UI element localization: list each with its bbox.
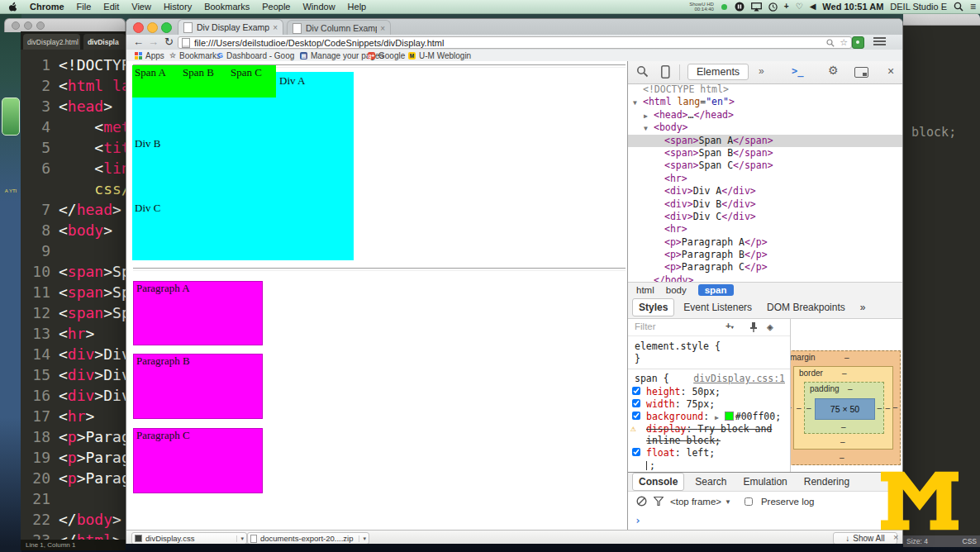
dom-tree-row[interactable]: <span>Span B</span> [628, 147, 903, 159]
back-button[interactable]: ← [133, 35, 144, 50]
tab-event-listeners[interactable]: Event Listeners [678, 299, 758, 316]
devtools-close-icon[interactable]: × [887, 64, 894, 78]
toggle-console-drawer-icon[interactable]: >_ [792, 65, 803, 77]
spotlight-search-icon[interactable] [954, 2, 963, 12]
menu-item-file[interactable]: File [77, 2, 92, 12]
dom-tree-row[interactable]: <!DOCTYPE html> [628, 83, 903, 96]
tab-search[interactable]: Search [689, 473, 732, 490]
pin-icon[interactable] [749, 321, 759, 335]
breadcrumb-html[interactable]: html [636, 285, 654, 295]
margin-right-value[interactable]: – [892, 402, 897, 412]
property-checkbox[interactable] [632, 399, 640, 407]
menu-item-window[interactable]: Window [302, 2, 335, 12]
notification-center-icon[interactable]: ≡ [970, 2, 976, 11]
accessibility-icon[interactable]: + [784, 2, 789, 11]
breadcrumb-body[interactable]: body [666, 285, 687, 295]
clock-icon[interactable] [768, 2, 778, 12]
editor-code-line[interactable]: 18<p>Parag [21, 426, 126, 447]
bookmark-star-icon[interactable]: ☆ [840, 37, 848, 48]
property-checkbox[interactable] [632, 448, 640, 456]
dom-tree-row[interactable]: <p>Paragraph B</p> [628, 249, 903, 261]
inactive-minimize-icon[interactable] [24, 21, 32, 30]
editor-code-line[interactable]: 16<div>Div C [21, 385, 126, 406]
editor-tab-inactive[interactable]: divDispla [83, 34, 126, 50]
frame-context-select[interactable]: <top frame> ▼ [670, 497, 731, 507]
margin-left-value[interactable]: – [791, 402, 792, 412]
record-dot-icon[interactable] [721, 3, 728, 11]
editor-code-line[interactable]: css/ [21, 178, 126, 199]
more-panels-icon[interactable]: » [759, 65, 764, 77]
tree-expand-arrow-icon[interactable]: ▼ [644, 122, 648, 135]
minimize-window-button[interactable] [147, 22, 158, 33]
span-rule-selector[interactable]: span { [635, 373, 669, 384]
tree-collapse-arrow-icon[interactable]: ▶ [644, 110, 648, 122]
tab-rendering[interactable]: Rendering [798, 473, 855, 490]
menubar-user[interactable]: DEIL Studio E [890, 2, 947, 12]
omnibox-search-icon[interactable] [826, 39, 835, 47]
menu-item-people[interactable]: People [262, 2, 290, 12]
editor-code-line[interactable]: 20<p>Parag [21, 468, 126, 488]
breadcrumb-span[interactable]: span [698, 284, 734, 296]
menu-item-help[interactable]: Help [348, 2, 367, 12]
box-model-margin[interactable]: margin – – – – border – – – – [791, 350, 901, 465]
box-model-padding[interactable]: padding – – – – 75 × 50 [804, 382, 884, 434]
editor-code-line[interactable]: 7</head> [21, 199, 126, 220]
tab-emulation[interactable]: Emulation [737, 473, 792, 490]
border-right-value[interactable]: – [885, 403, 890, 412]
property-checkbox[interactable] [632, 387, 640, 395]
inspect-element-icon[interactable] [636, 65, 649, 80]
dom-tree-row[interactable]: <span>Span C</span> [628, 159, 903, 172]
menubar-clock[interactable]: Wed 10:51 AM [822, 2, 883, 12]
editor-code-line[interactable]: 13<hr> [21, 323, 126, 344]
menu-item-view[interactable]: View [131, 2, 151, 12]
zoom-window-button[interactable] [161, 22, 172, 33]
download-caret-icon[interactable]: ▾ [236, 535, 244, 542]
editor-code-line[interactable]: 21 [21, 488, 126, 509]
dom-tree[interactable]: <!DOCTYPE html>▼<html lang="en">▶<head>…… [628, 83, 903, 282]
tab-close-icon[interactable]: × [273, 23, 278, 32]
bookmark-gplus-red[interactable]: g+Google [368, 50, 405, 61]
volume-icon[interactable]: ◀ [810, 2, 816, 11]
editor-code-area[interactable]: 1<!DOCTYPE 2<html lang3<head>4 <meta c5 … [21, 50, 126, 540]
stylesheet-source-link[interactable]: divDisplay.css:1 [693, 373, 785, 384]
editor-code-line[interactable]: 1<!DOCTYPE [21, 55, 126, 75]
editor-code-line[interactable]: 5 <title> [21, 137, 126, 158]
padding-bottom-value[interactable]: – [841, 422, 846, 431]
menu-item-edit[interactable]: Edit [103, 2, 119, 12]
dom-tree-row[interactable]: <p>Paragraph C</p> [628, 261, 903, 274]
color-swatch[interactable] [725, 412, 734, 421]
editor-code-line[interactable]: 14<div>Div A [21, 344, 126, 364]
show-all-downloads-button[interactable]: ↓ Show All [833, 532, 897, 544]
editor-tab-active[interactable]: divDisplay2.html × [23, 34, 80, 50]
devtools-settings-gear-icon[interactable]: ⚙ [828, 64, 839, 77]
editor-code-line[interactable]: 22</body> [21, 509, 126, 530]
box-model-content[interactable]: 75 × 50 [815, 398, 875, 420]
editor-code-line[interactable]: 15<div>Div B [21, 364, 126, 385]
expand-arrow-icon[interactable]: ▶ [715, 414, 723, 421]
editor-code-line[interactable]: 19<p>Parag [21, 447, 126, 468]
dom-tree-row[interactable]: <div>Div B</div> [628, 198, 903, 211]
padding-left-value[interactable]: – [806, 403, 811, 412]
download-item[interactable]: documents-export-20....zip▾ [247, 532, 369, 544]
border-left-value[interactable]: – [797, 403, 802, 412]
desktop-app-icon[interactable] [2, 98, 20, 136]
dom-tree-row[interactable]: ▼<body> [628, 121, 903, 134]
editor-code-line[interactable]: 6 <link h [21, 158, 126, 178]
menu-item-chrome[interactable]: Chrome [30, 2, 64, 12]
element-style-selector[interactable]: element.style { [635, 340, 721, 352]
clear-console-icon[interactable] [636, 496, 647, 508]
editor-code-line[interactable]: 23</html> [21, 530, 126, 540]
dom-tree-row[interactable]: <div>Div C</div> [628, 211, 903, 223]
editor-code-line[interactable]: 9 [21, 240, 126, 261]
menu-item-history[interactable]: History [164, 2, 192, 12]
download-item[interactable]: divDisplay.css▾ [131, 532, 247, 544]
dom-tree-row[interactable]: <span>Span A</span> [628, 135, 903, 147]
console-prompt-caret[interactable]: › [635, 514, 641, 526]
editor-code-line[interactable]: 17<hr> [21, 406, 126, 426]
airplay-icon[interactable] [751, 2, 762, 12]
inactive-zoom-icon[interactable] [36, 21, 45, 30]
bookmark-apps-grid[interactable]: Apps [135, 50, 164, 61]
border-bottom-value[interactable]: – [840, 437, 845, 446]
dom-tree-row[interactable]: <hr> [628, 223, 903, 236]
margin-bottom-value[interactable]: – [840, 453, 844, 462]
